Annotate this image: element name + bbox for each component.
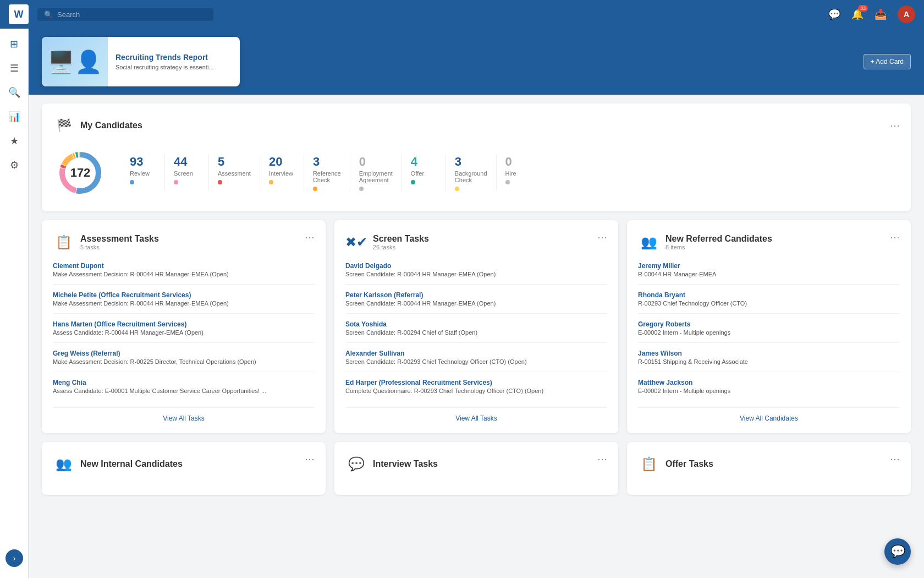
stat-review-number: 93: [130, 155, 156, 169]
stat-employment-number: 0: [359, 155, 393, 169]
stat-background-number: 3: [455, 155, 487, 169]
notifications-button[interactable]: 🔔 33: [851, 8, 864, 20]
hero-card-emoji: 🖥️👤: [47, 49, 102, 75]
screen-more-button[interactable]: ⋯: [597, 231, 607, 243]
task-name[interactable]: Peter Karlsson (Referral): [345, 291, 607, 299]
candidate-name[interactable]: James Wilson: [638, 350, 900, 357]
stat-review[interactable]: 93 Review: [121, 155, 165, 191]
hero-card-title: Recruiting Trends Report: [116, 53, 214, 62]
stat-reference[interactable]: 3 ReferenceCheck: [304, 155, 350, 191]
task-name[interactable]: Alexander Sullivan: [345, 350, 607, 357]
hero-banner: 🖥️👤 Recruiting Trends Report Social recr…: [29, 29, 924, 95]
stat-hire-number: 0: [505, 155, 532, 169]
stat-hire[interactable]: 0 Hire: [497, 155, 541, 191]
candidate-item[interactable]: James Wilson R-00151 Shipping & Receivin…: [638, 350, 900, 372]
task-name[interactable]: Meng Chia: [53, 379, 315, 386]
assessment-title-group: Assessment Tasks 5 tasks: [80, 234, 159, 250]
stat-background-dot: [455, 187, 459, 191]
interview-card-title: Interview Tasks: [373, 459, 438, 469]
my-candidates-more-button[interactable]: ⋯: [890, 119, 900, 132]
stats-container: 93 Review 44 Screen 5 Assessment: [121, 155, 541, 191]
candidate-item[interactable]: Rhonda Bryant R-00293 Chief Technology O…: [638, 291, 900, 314]
offer-title-wrap: 📋 Offer Tasks: [638, 453, 713, 475]
assessment-view-all-link[interactable]: View All Tasks: [53, 407, 315, 422]
stat-screen[interactable]: 44 Screen: [165, 155, 209, 191]
new-referred-card: 👥 New Referred Candidates 8 items ⋯ Jere…: [627, 220, 911, 433]
sidebar-item-chart[interactable]: 📊: [3, 106, 25, 128]
screen-view-all-link[interactable]: View All Tasks: [345, 407, 607, 422]
sidebar-item-settings[interactable]: ⚙: [3, 154, 25, 176]
stat-employment[interactable]: 0 EmploymentAgreement: [350, 155, 402, 191]
top-nav-right: 💬 🔔 33 📥 A: [828, 6, 915, 23]
chatbot-button[interactable]: 💬: [884, 538, 911, 565]
chat-button[interactable]: 💬: [828, 8, 840, 20]
internal-header: 👥 New Internal Candidates ⋯: [53, 453, 315, 475]
task-name[interactable]: Clement Dupont: [53, 262, 315, 270]
task-desc: Screen Candidate: R-00293 Chief Technolo…: [345, 358, 607, 365]
hero-card[interactable]: 🖥️👤 Recruiting Trends Report Social recr…: [42, 37, 240, 86]
referred-view-all-link[interactable]: View All Candidates: [638, 407, 900, 422]
candidate-name[interactable]: Gregory Roberts: [638, 320, 900, 328]
my-candidates-title-text: My Candidates: [80, 121, 142, 130]
referred-icon: 👥: [638, 231, 660, 253]
task-name[interactable]: Sota Yoshida: [345, 320, 607, 328]
inbox-button[interactable]: 📥: [875, 8, 887, 20]
task-desc: Screen Candidate: R-00044 HR Manager-EME…: [345, 271, 607, 277]
search-input[interactable]: [57, 10, 200, 19]
offer-more-button[interactable]: ⋯: [890, 453, 900, 465]
candidate-name[interactable]: Rhonda Bryant: [638, 291, 900, 299]
workday-logo[interactable]: W: [9, 4, 29, 24]
assessment-more-button[interactable]: ⋯: [305, 231, 315, 243]
task-name[interactable]: Michele Petite (Office Recruitment Servi…: [53, 291, 315, 299]
sidebar: ⊞ ☰ 🔍 📊 ★ ⚙ ›: [0, 29, 29, 578]
internal-title-wrap: 👥 New Internal Candidates: [53, 453, 183, 475]
stat-employment-label: EmploymentAgreement: [359, 170, 393, 183]
donut-center-value: 172: [70, 166, 91, 180]
task-name[interactable]: Hans Marten (Office Recruitment Services…: [53, 320, 315, 328]
assessment-title-wrap: 📋 Assessment Tasks 5 tasks: [53, 231, 159, 253]
internal-icon: 👥: [53, 453, 75, 475]
task-list-item: Greg Weiss (Referral) Make Assessment De…: [53, 350, 315, 372]
task-name[interactable]: Ed Harper (Professional Recruitment Serv…: [345, 379, 607, 386]
internal-more-button[interactable]: ⋯: [305, 453, 315, 465]
stat-interview[interactable]: 20 Interview: [260, 155, 304, 191]
top-nav: W 🔍 💬 🔔 33 📥 A: [0, 0, 924, 29]
task-list-item: Hans Marten (Office Recruitment Services…: [53, 320, 315, 343]
referred-card-title: New Referred Candidates: [666, 234, 772, 244]
add-card-button[interactable]: + Add Card: [864, 54, 911, 69]
stat-review-label: Review: [130, 170, 156, 177]
offer-header: 📋 Offer Tasks ⋯: [638, 453, 900, 475]
search-bar[interactable]: 🔍: [37, 8, 213, 21]
stat-assessment[interactable]: 5 Assessment: [209, 155, 260, 191]
candidates-stats-row: 172 93 Review 44 Screen 5: [53, 145, 900, 200]
stat-reference-dot: [313, 187, 317, 191]
hero-card-content: Recruiting Trends Report Social recruiti…: [108, 37, 222, 86]
task-name[interactable]: David Delgado: [345, 262, 607, 270]
stat-background[interactable]: 3 BackgroundCheck: [446, 155, 497, 191]
candidate-item[interactable]: Matthew Jackson E-00002 Intern - Multipl…: [638, 379, 900, 401]
candidate-name[interactable]: Matthew Jackson: [638, 379, 900, 386]
internal-title-group: New Internal Candidates: [80, 459, 183, 469]
candidate-item[interactable]: Gregory Roberts E-00002 Intern - Multipl…: [638, 320, 900, 343]
sidebar-item-dashboard[interactable]: ⊞: [3, 33, 25, 55]
candidate-role: E-00002 Intern - Multiple openings: [638, 388, 900, 394]
user-avatar[interactable]: A: [898, 6, 915, 23]
candidate-name[interactable]: Jeremy Miller: [638, 262, 900, 270]
task-desc: Make Assessment Decision: R-00225 Direct…: [53, 358, 315, 365]
sidebar-item-search[interactable]: 🔍: [3, 81, 25, 103]
assessment-card-subtitle: 5 tasks: [80, 244, 159, 250]
sidebar-collapse-button[interactable]: ›: [6, 549, 23, 567]
task-name[interactable]: Greg Weiss (Referral): [53, 350, 315, 357]
task-list-item: Clement Dupont Make Assessment Decision:…: [53, 262, 315, 285]
interview-more-button[interactable]: ⋯: [597, 453, 607, 465]
screen-header: ✖✔ Screen Tasks 26 tasks ⋯: [345, 231, 607, 253]
referred-more-button[interactable]: ⋯: [890, 231, 900, 243]
screen-task-list: David Delgado Screen Candidate: R-00044 …: [345, 262, 607, 401]
candidate-item[interactable]: Jeremy Miller R-00044 HR Manager-EMEA: [638, 262, 900, 285]
my-candidates-header: 🏁 My Candidates ⋯: [53, 114, 900, 137]
screen-title-wrap: ✖✔ Screen Tasks 26 tasks: [345, 231, 429, 253]
sidebar-item-list[interactable]: ☰: [3, 57, 25, 79]
stat-offer[interactable]: 4 Offer: [402, 155, 446, 191]
sidebar-item-star[interactable]: ★: [3, 130, 25, 152]
candidate-role: R-00293 Chief Technology Officer (CTO): [638, 300, 900, 307]
